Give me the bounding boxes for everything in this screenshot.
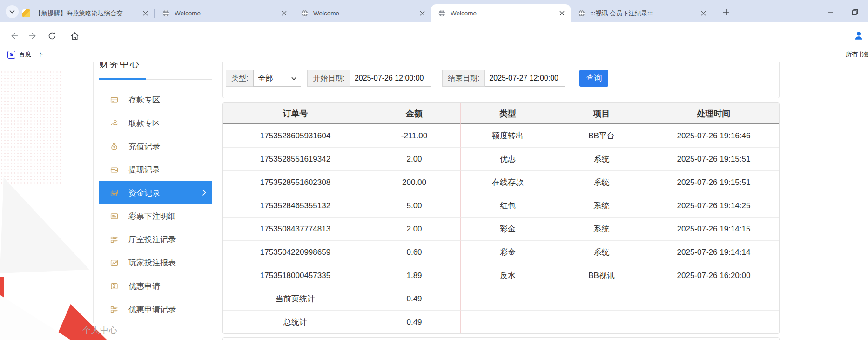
column-header: 订单号	[223, 103, 368, 124]
back-button[interactable]	[9, 30, 20, 41]
start-date-label: 开始日期:	[307, 70, 350, 87]
table-cell: 彩金	[461, 218, 555, 241]
sidebar-heading-accent	[99, 78, 146, 80]
column-header: 项目	[555, 103, 648, 124]
end-date-input[interactable]: 2025-07-27 12:00:00	[485, 70, 565, 87]
search-button[interactable]: 查询	[579, 70, 608, 87]
chevron-right-icon	[202, 189, 206, 196]
globe-favicon-icon	[301, 9, 309, 17]
document-favicon-icon	[22, 9, 30, 17]
sidebar-item-promo-apply-records[interactable]: 优惠申请记录	[99, 298, 212, 321]
reload-icon	[47, 31, 57, 41]
table-cell	[461, 287, 555, 311]
forward-arrow-icon	[28, 31, 37, 41]
background-triangle	[0, 177, 89, 273]
tab-video-records[interactable]: :::视讯 会员下注纪录:::	[571, 4, 712, 22]
tab-forum[interactable]: 【新提醒】海燕策略论坛综合交	[15, 4, 154, 22]
bookmarks-bar: 百度一下 所有书签	[0, 49, 868, 62]
table-cell: -211.00	[368, 124, 461, 148]
table-cell: 1753528465355132	[223, 194, 368, 218]
minimize-button[interactable]	[823, 7, 837, 18]
tab-close-icon[interactable]	[141, 9, 149, 18]
table-cell: 1.89	[368, 264, 461, 287]
end-date-label: 结束日期:	[442, 70, 485, 87]
table-cell: 1753504220998659	[223, 241, 368, 264]
tab-welcome-2[interactable]: Welcome	[294, 4, 431, 22]
all-bookmarks-button[interactable]: 所有书签	[842, 50, 868, 59]
bookmarks-divider	[834, 51, 834, 60]
sidebar-item-funds-records[interactable]: 资金记录	[99, 181, 212, 204]
table-cell: 额度转出	[461, 124, 555, 148]
tab-title: Welcome	[451, 10, 555, 17]
sidebar-item-player-bet-report[interactable]: 玩家投注报表	[99, 251, 212, 274]
background-dot-pattern	[0, 70, 61, 184]
table-cell: BB视讯	[555, 264, 648, 287]
maximize-button[interactable]	[848, 7, 862, 18]
new-tab-button[interactable]	[720, 7, 732, 18]
table-cell: 优惠	[461, 148, 555, 171]
wallet-icon	[110, 166, 118, 174]
table-cell: 1753518000457335	[223, 264, 368, 287]
minimize-icon	[827, 9, 833, 15]
table-cell	[648, 287, 779, 311]
chevron-down-icon	[9, 10, 15, 14]
profile-avatar[interactable]	[853, 30, 864, 41]
tab-title: :::视讯 会员下注纪录:::	[590, 9, 696, 18]
table-cell: 0.49	[368, 287, 461, 311]
sidebar-item-withdrawal-records[interactable]: 提现记录	[99, 158, 212, 181]
table-cell: 2025-07-26 19:16:46	[648, 124, 779, 148]
table-cell: 系统	[555, 241, 648, 264]
table-cell: 2.00	[368, 218, 461, 241]
table-cell: 1753508437774813	[223, 218, 368, 241]
table-cell: 红包	[461, 194, 555, 218]
table-cell: 2025-07-26 19:15:51	[648, 171, 779, 194]
table-cell: 0.49	[368, 311, 461, 334]
tab-welcome-1[interactable]: Welcome	[155, 4, 293, 22]
sidebar-item-hall-bet-records[interactable]: 厅室投注记录	[99, 228, 212, 251]
globe-favicon-icon	[162, 9, 170, 17]
select-arrow-icon	[291, 77, 296, 80]
tab-welcome-active[interactable]: Welcome	[431, 4, 571, 22]
pagination-panel	[222, 337, 780, 340]
table-cell: 系统	[555, 218, 648, 241]
sidebar-item-withdraw-zone[interactable]: 取款专区	[99, 111, 212, 135]
type-select[interactable]: 全部	[253, 70, 301, 87]
grid-list-icon	[110, 236, 118, 244]
start-date-input[interactable]: 2025-07-26 12:00:00	[350, 70, 431, 87]
reload-button[interactable]	[47, 30, 58, 41]
restore-icon	[852, 9, 858, 15]
table-cell: 2025-07-26 19:14:25	[648, 194, 779, 218]
tab-title: Welcome	[175, 10, 277, 17]
table-cell: 2025-07-26 19:14:15	[648, 218, 779, 241]
tab-title: 【新提醒】海燕策略论坛综合交	[35, 9, 138, 18]
table-cell: 0.60	[368, 241, 461, 264]
home-icon	[70, 31, 80, 41]
globe-favicon-icon	[438, 9, 446, 17]
forward-button[interactable]	[27, 30, 38, 41]
table-cell: BB平台	[555, 124, 648, 148]
funds-record-icon	[110, 189, 118, 197]
table-cell: 1753528605931604	[223, 124, 368, 148]
sidebar-item-recharge-records[interactable]: 充值记录	[99, 135, 212, 158]
sidebar-item-lottery-bet-details[interactable]: 彩票下注明细	[99, 204, 212, 228]
table-cell	[648, 311, 779, 334]
tab-close-icon[interactable]	[280, 9, 288, 18]
home-button[interactable]	[69, 30, 80, 41]
column-header: 类型	[461, 103, 555, 124]
tab-close-icon[interactable]	[558, 9, 566, 18]
table-cell: 系统	[555, 171, 648, 194]
bookmark-baidu[interactable]: 百度一下	[7, 50, 43, 59]
sidebar-item-deposit-zone[interactable]: 存款专区	[99, 88, 212, 111]
person-icon	[853, 30, 864, 41]
tab-close-icon[interactable]	[418, 9, 426, 18]
table-cell: 反水	[461, 264, 555, 287]
tab-separator	[716, 9, 716, 18]
table-cell: 系统	[555, 148, 648, 171]
sidebar-divider	[93, 62, 94, 323]
sidebar-heading: 财务中心	[99, 62, 192, 74]
money-bag-icon	[110, 143, 118, 150]
tab-close-icon[interactable]	[699, 9, 707, 18]
grid-list-icon	[110, 306, 118, 313]
sidebar-item-promo-apply[interactable]: 优惠申请	[99, 274, 212, 298]
withdraw-hand-icon	[110, 119, 118, 127]
